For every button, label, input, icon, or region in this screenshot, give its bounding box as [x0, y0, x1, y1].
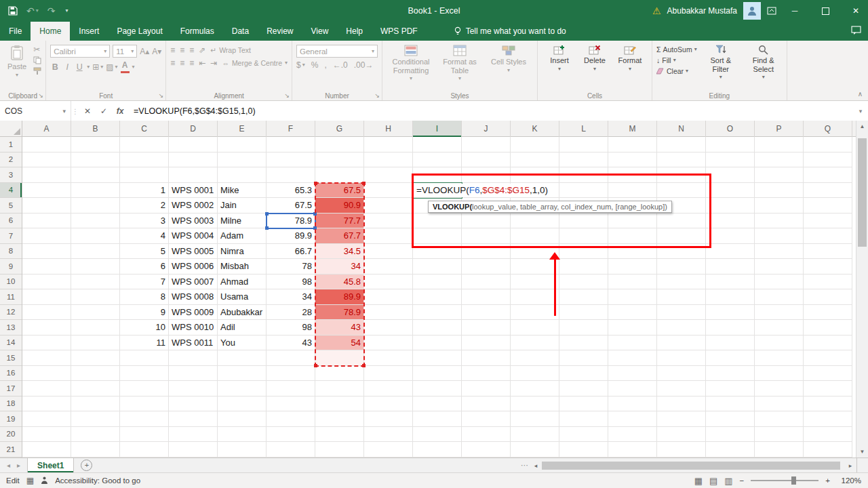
- cell-L1[interactable]: [559, 137, 608, 152]
- cell-D8[interactable]: WPS 0005: [169, 244, 218, 260]
- cell-O4[interactable]: [706, 183, 755, 199]
- cell-K2[interactable]: [511, 152, 559, 168]
- currency-format-button[interactable]: $▾: [296, 61, 305, 69]
- scroll-down-button[interactable]: ▼: [856, 446, 868, 458]
- cell-B6[interactable]: [71, 214, 120, 229]
- cell-G13[interactable]: 43: [315, 320, 364, 336]
- cell-G12[interactable]: 78.9: [315, 305, 364, 321]
- cut-button[interactable]: ✂: [33, 45, 41, 54]
- copy-button[interactable]: [33, 56, 41, 64]
- fill-color-button[interactable]: ▨▾: [106, 63, 117, 71]
- cell-L18[interactable]: [559, 396, 608, 412]
- column-header-C[interactable]: C: [120, 121, 169, 137]
- cell-E21[interactable]: [218, 442, 267, 458]
- cell-E9[interactable]: Misbah: [218, 259, 267, 274]
- cell-I1[interactable]: [413, 137, 462, 152]
- select-all-corner[interactable]: [0, 121, 22, 137]
- tab-file[interactable]: File: [0, 22, 31, 41]
- cell-D1[interactable]: [169, 137, 218, 152]
- cell-D19[interactable]: [169, 411, 218, 427]
- cell-I11[interactable]: [413, 289, 462, 305]
- cell-N6[interactable]: [657, 214, 706, 229]
- cell-N16[interactable]: [657, 366, 706, 382]
- cell-N17[interactable]: [657, 381, 706, 396]
- cell-P16[interactable]: [755, 366, 804, 382]
- cell-N15[interactable]: [657, 350, 706, 366]
- cell-C1[interactable]: [120, 137, 169, 152]
- cell-H9[interactable]: [364, 259, 413, 274]
- column-header-L[interactable]: L: [559, 121, 608, 137]
- cell-B16[interactable]: [71, 366, 120, 382]
- cell-E19[interactable]: [218, 411, 267, 427]
- cell-K14[interactable]: [511, 336, 559, 351]
- cell-K11[interactable]: [511, 289, 559, 305]
- row-header-20[interactable]: 20: [0, 427, 22, 443]
- accessibility-status[interactable]: Accessibility: Good to go: [55, 476, 140, 485]
- row-header-5[interactable]: 5: [0, 198, 22, 214]
- name-box[interactable]: COS ▾: [0, 101, 71, 121]
- cell-D4[interactable]: WPS 0001: [169, 183, 218, 199]
- cell-C17[interactable]: [120, 381, 169, 396]
- cell-F1[interactable]: [267, 137, 315, 152]
- zoom-slider-thumb[interactable]: [791, 476, 796, 485]
- delete-cells-button[interactable]: Delete ▾: [577, 43, 612, 85]
- cell-P8[interactable]: [755, 244, 804, 260]
- customize-quick-access-button[interactable]: ▾: [64, 8, 68, 14]
- cell-G6[interactable]: 77.7: [315, 214, 364, 229]
- cell-H11[interactable]: [364, 289, 413, 305]
- cell-N19[interactable]: [657, 411, 706, 427]
- row-header-3[interactable]: 3: [0, 167, 22, 183]
- cell-L10[interactable]: [559, 274, 608, 290]
- increase-font-button[interactable]: A▴: [140, 47, 149, 56]
- cell-B17[interactable]: [71, 381, 120, 396]
- row-header-14[interactable]: 14: [0, 336, 22, 351]
- cell-L13[interactable]: [559, 320, 608, 336]
- decrease-font-button[interactable]: A▾: [152, 47, 161, 56]
- column-header-N[interactable]: N: [657, 121, 706, 137]
- row-header-2[interactable]: 2: [0, 152, 22, 168]
- row-header-18[interactable]: 18: [0, 396, 22, 412]
- cell-B21[interactable]: [71, 442, 120, 458]
- cell-E2[interactable]: [218, 152, 267, 168]
- cell-M7[interactable]: [608, 228, 657, 244]
- horizontal-scroll-thumb[interactable]: [542, 462, 840, 470]
- cell-C15[interactable]: [120, 350, 169, 366]
- cell-Q12[interactable]: [804, 305, 852, 321]
- tab-formulas[interactable]: Formulas: [172, 22, 223, 41]
- cell-B14[interactable]: [71, 336, 120, 351]
- cell-G10[interactable]: 45.8: [315, 274, 364, 290]
- cell-F2[interactable]: [267, 152, 315, 168]
- row-header-10[interactable]: 10: [0, 274, 22, 290]
- cell-M2[interactable]: [608, 152, 657, 168]
- cell-M1[interactable]: [608, 137, 657, 152]
- cell-E10[interactable]: Ahmad: [218, 274, 267, 290]
- column-header-J[interactable]: J: [462, 121, 511, 137]
- cell-A14[interactable]: [22, 336, 71, 351]
- cell-Q17[interactable]: [804, 381, 852, 396]
- align-right-icon[interactable]: ≡: [189, 59, 194, 67]
- cell-E20[interactable]: [218, 427, 267, 443]
- cell-N14[interactable]: [657, 336, 706, 351]
- column-header-P[interactable]: P: [755, 121, 804, 137]
- cell-E8[interactable]: Nimra: [218, 244, 267, 260]
- zoom-slider[interactable]: [751, 480, 818, 481]
- cell-Q19[interactable]: [804, 411, 852, 427]
- cell-C9[interactable]: 6: [120, 259, 169, 274]
- cell-Q15[interactable]: [804, 350, 852, 366]
- cell-Q2[interactable]: [804, 152, 852, 168]
- cell-G8[interactable]: 34.5: [315, 244, 364, 260]
- cell-K17[interactable]: [511, 381, 559, 396]
- cell-M14[interactable]: [608, 336, 657, 351]
- cell-M9[interactable]: [608, 259, 657, 274]
- horizontal-scrollbar[interactable]: ◂ ▸: [531, 458, 856, 472]
- cell-styles-button[interactable]: Cell Styles ▾: [484, 43, 533, 85]
- row-header-8[interactable]: 8: [0, 244, 22, 260]
- cell-D18[interactable]: [169, 396, 218, 412]
- undo-button[interactable]: ↶▾: [26, 6, 39, 16]
- cell-E1[interactable]: [218, 137, 267, 152]
- cell-F10[interactable]: 98: [267, 274, 315, 290]
- cell-F3[interactable]: [267, 167, 315, 183]
- cell-D15[interactable]: [169, 350, 218, 366]
- cell-M13[interactable]: [608, 320, 657, 336]
- cell-B20[interactable]: [71, 427, 120, 443]
